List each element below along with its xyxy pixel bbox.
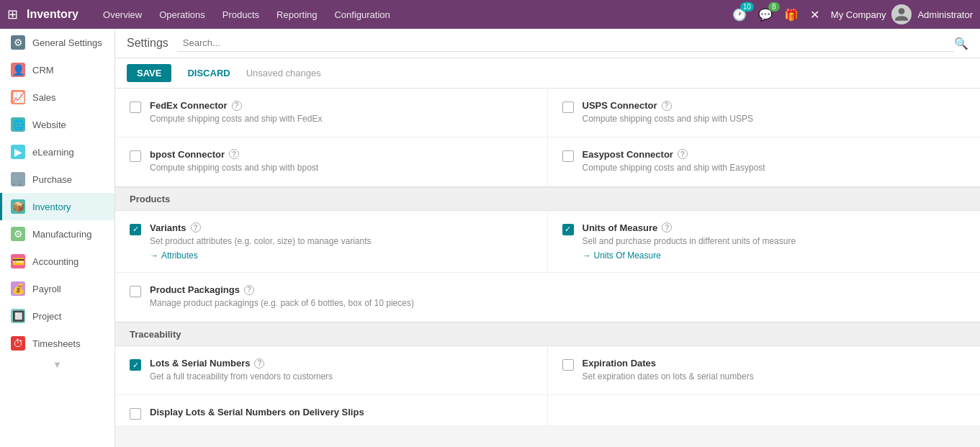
sidebar-item-crm[interactable]: 👤 CRM xyxy=(0,56,114,83)
bpost-title: bpost Connector ? xyxy=(150,149,533,160)
traceability-section-header: Traceability xyxy=(115,322,980,346)
setting-packagings: Product Packagings ? Manage product pack… xyxy=(115,273,980,322)
easypost-desc: Compute shipping costs and ship with Eas… xyxy=(583,162,966,174)
uom-help-icon[interactable]: ? xyxy=(662,222,672,232)
easypost-info: Easypost Connector ? Compute shipping co… xyxy=(583,149,966,174)
variants-help-icon[interactable]: ? xyxy=(191,222,201,232)
variants-desc: Set product attributes (e.g. color, size… xyxy=(150,235,533,248)
uom-link[interactable]: Units Of Measure xyxy=(583,250,661,261)
nav-overview[interactable]: Overview xyxy=(96,5,149,24)
sidebar-item-timesheets[interactable]: ⏱ Timesheets xyxy=(0,330,114,357)
setting-expiration: Expiration Dates Set expiration dates on… xyxy=(548,346,981,395)
layout: ⚙ General Settings 👤 CRM 📈 Sales 🌐 Websi… xyxy=(0,29,980,447)
setting-fedex: FedEx Connector ? Compute shipping costs… xyxy=(115,89,548,137)
payroll-icon: 💰 xyxy=(11,281,25,296)
products-section-header: Products xyxy=(115,187,980,211)
packagings-desc: Manage product packagings (e.g. pack of … xyxy=(150,297,966,310)
variants-title: Variants ? xyxy=(150,222,533,233)
lots-desc: Get a full traceability from vendors to … xyxy=(150,371,533,383)
sidebar-item-elearning[interactable]: ▶ eLearning xyxy=(0,138,114,166)
packagings-help-icon[interactable]: ? xyxy=(244,285,254,295)
setting-lots: Lots & Serial Numbers ? Get a full trace… xyxy=(115,346,548,395)
search-input[interactable] xyxy=(177,35,954,52)
search-container: 🔍 xyxy=(177,35,968,52)
save-button[interactable]: SAVE xyxy=(127,64,171,82)
grid-icon[interactable]: ⊞ xyxy=(7,6,18,22)
close-icon[interactable]: ✕ xyxy=(807,5,822,24)
sidebar-item-payroll[interactable]: 💰 Payroll xyxy=(0,275,114,302)
lots-help-icon[interactable]: ? xyxy=(254,358,264,369)
variants-checkbox[interactable] xyxy=(130,224,141,235)
fedex-title: FedEx Connector ? xyxy=(150,100,533,111)
nav-products[interactable]: Products xyxy=(215,5,266,24)
display-lots-checkbox[interactable] xyxy=(130,408,141,420)
nav-configuration[interactable]: Configuration xyxy=(327,5,397,24)
sidebar-item-sales[interactable]: 📈 Sales xyxy=(0,83,114,111)
messages-badge: 8 xyxy=(768,2,780,12)
discard-button[interactable]: DISCARD xyxy=(177,64,240,82)
sidebar-item-inventory[interactable]: 📦 Inventory xyxy=(0,193,114,220)
uom-checkbox[interactable] xyxy=(562,224,574,235)
easypost-checkbox[interactable] xyxy=(562,150,574,162)
variants-info: Variants ? Set product attributes (e.g. … xyxy=(150,222,533,261)
lots-checkbox[interactable] xyxy=(130,359,141,371)
expiration-info: Expiration Dates Set expiration dates on… xyxy=(583,358,966,383)
setting-variants: Variants ? Set product attributes (e.g. … xyxy=(115,211,548,274)
uom-info: Units of Measure ? Sell and purchase pro… xyxy=(583,222,966,261)
nav-reporting[interactable]: Reporting xyxy=(269,5,324,24)
main-content: Settings 🔍 SAVE DISCARD Unsaved changes xyxy=(115,29,980,447)
bpost-help-icon[interactable]: ? xyxy=(229,149,239,159)
page-title: Settings xyxy=(127,37,168,50)
sidebar-label-manufacturing: Manufacturing xyxy=(32,229,91,240)
sidebar-item-project[interactable]: 🔲 Project xyxy=(0,302,114,330)
usps-help-icon[interactable]: ? xyxy=(662,101,672,111)
fedex-checkbox[interactable] xyxy=(130,101,141,113)
expiration-checkbox[interactable] xyxy=(562,359,574,371)
packagings-checkbox[interactable] xyxy=(130,286,141,297)
settings-content: FedEx Connector ? Compute shipping costs… xyxy=(115,89,980,426)
setting-usps: USPS Connector ? Compute shipping costs … xyxy=(548,89,981,137)
sidebar-item-accounting[interactable]: 💳 Accounting xyxy=(0,248,114,275)
sidebar-item-manufacturing[interactable]: ⚙ Manufacturing xyxy=(0,220,114,248)
sidebar: ⚙ General Settings 👤 CRM 📈 Sales 🌐 Websi… xyxy=(0,29,115,447)
sidebar-label-elearning: eLearning xyxy=(32,147,74,158)
avatar[interactable] xyxy=(891,4,912,24)
setting-uom: Units of Measure ? Sell and purchase pro… xyxy=(548,211,981,274)
unsaved-changes-text: Unsaved changes xyxy=(246,68,321,78)
easypost-help-icon[interactable]: ? xyxy=(678,149,688,159)
shipping-partial-section: FedEx Connector ? Compute shipping costs… xyxy=(115,89,980,187)
top-nav: ⊞ Inventory Overview Operations Products… xyxy=(0,0,980,29)
sidebar-item-purchase[interactable]: 🛒 Purchase xyxy=(0,166,114,193)
messages-icon[interactable]: 💬 8 xyxy=(755,5,776,24)
elearning-icon: ▶ xyxy=(11,145,25,159)
traceability-section: Lots & Serial Numbers ? Get a full trace… xyxy=(115,346,980,426)
sidebar-label-timesheets: Timesheets xyxy=(32,338,81,349)
usps-checkbox[interactable] xyxy=(562,101,574,113)
nav-links: Overview Operations Products Reporting C… xyxy=(96,5,724,24)
variants-link[interactable]: Attributes xyxy=(150,250,198,261)
products-section: Variants ? Set product attributes (e.g. … xyxy=(115,211,980,323)
usps-info: USPS Connector ? Compute shipping costs … xyxy=(583,100,966,125)
activity-icon[interactable]: 🕐 10 xyxy=(729,5,750,24)
sidebar-item-website[interactable]: 🌐 Website xyxy=(0,111,114,138)
display-lots-title: Display Lots & Serial Numbers on Deliver… xyxy=(150,407,533,417)
sidebar-label-accounting: Accounting xyxy=(32,256,78,267)
search-icon: 🔍 xyxy=(954,37,968,50)
fedex-help-icon[interactable]: ? xyxy=(232,101,242,111)
general-icon: ⚙ xyxy=(11,35,25,50)
setting-bpost: bpost Connector ? Compute shipping costs… xyxy=(115,137,548,186)
nav-operations[interactable]: Operations xyxy=(152,5,212,24)
gift-icon[interactable]: 🎁 xyxy=(781,5,801,24)
expiration-desc: Set expiration dates on lots & serial nu… xyxy=(583,371,966,383)
app-name: Inventory xyxy=(27,8,78,21)
sales-icon: 📈 xyxy=(11,90,25,104)
manufacturing-icon: ⚙ xyxy=(11,227,25,241)
content-header: Settings 🔍 xyxy=(115,29,980,58)
expiration-title: Expiration Dates xyxy=(583,358,966,369)
settings-scroll[interactable]: FedEx Connector ? Compute shipping costs… xyxy=(115,89,980,447)
sidebar-label-project: Project xyxy=(32,311,61,322)
sidebar-scroll-down[interactable]: ▼ xyxy=(0,357,114,371)
bpost-info: bpost Connector ? Compute shipping costs… xyxy=(150,149,533,174)
sidebar-item-general[interactable]: ⚙ General Settings xyxy=(0,29,114,56)
bpost-checkbox[interactable] xyxy=(130,150,141,162)
